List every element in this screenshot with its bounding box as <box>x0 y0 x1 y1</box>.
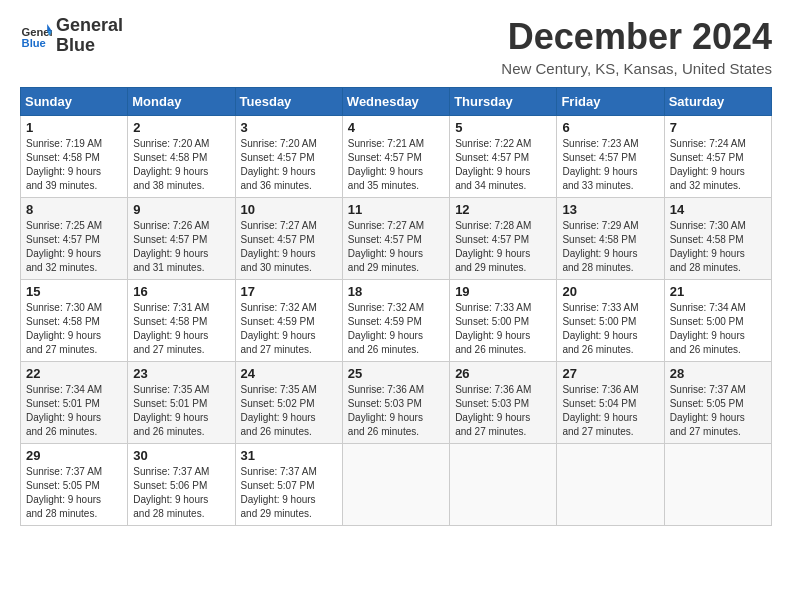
calendar-table: SundayMondayTuesdayWednesdayThursdayFrid… <box>20 87 772 526</box>
day-number: 21 <box>670 284 766 299</box>
calendar-title-area: December 2024 New Century, KS, Kansas, U… <box>501 16 772 77</box>
calendar-header-monday: Monday <box>128 88 235 116</box>
day-number: 31 <box>241 448 337 463</box>
calendar-week-row: 8Sunrise: 7:25 AM Sunset: 4:57 PM Daylig… <box>21 198 772 280</box>
day-number: 22 <box>26 366 122 381</box>
day-number: 17 <box>241 284 337 299</box>
calendar-header-saturday: Saturday <box>664 88 771 116</box>
calendar-day-cell: 15Sunrise: 7:30 AM Sunset: 4:58 PM Dayli… <box>21 280 128 362</box>
calendar-day-cell: 13Sunrise: 7:29 AM Sunset: 4:58 PM Dayli… <box>557 198 664 280</box>
day-number: 30 <box>133 448 229 463</box>
calendar-day-cell <box>664 444 771 526</box>
day-number: 4 <box>348 120 444 135</box>
day-info: Sunrise: 7:28 AM Sunset: 4:57 PM Dayligh… <box>455 219 551 275</box>
calendar-day-cell: 11Sunrise: 7:27 AM Sunset: 4:57 PM Dayli… <box>342 198 449 280</box>
calendar-week-row: 1Sunrise: 7:19 AM Sunset: 4:58 PM Daylig… <box>21 116 772 198</box>
day-number: 24 <box>241 366 337 381</box>
day-number: 25 <box>348 366 444 381</box>
calendar-day-cell <box>557 444 664 526</box>
calendar-day-cell: 19Sunrise: 7:33 AM Sunset: 5:00 PM Dayli… <box>450 280 557 362</box>
calendar-day-cell: 31Sunrise: 7:37 AM Sunset: 5:07 PM Dayli… <box>235 444 342 526</box>
calendar-week-row: 22Sunrise: 7:34 AM Sunset: 5:01 PM Dayli… <box>21 362 772 444</box>
day-number: 20 <box>562 284 658 299</box>
calendar-day-cell: 12Sunrise: 7:28 AM Sunset: 4:57 PM Dayli… <box>450 198 557 280</box>
day-info: Sunrise: 7:24 AM Sunset: 4:57 PM Dayligh… <box>670 137 766 193</box>
calendar-day-cell: 22Sunrise: 7:34 AM Sunset: 5:01 PM Dayli… <box>21 362 128 444</box>
logo-icon: General Blue <box>20 20 52 52</box>
day-info: Sunrise: 7:33 AM Sunset: 5:00 PM Dayligh… <box>562 301 658 357</box>
day-info: Sunrise: 7:36 AM Sunset: 5:03 PM Dayligh… <box>455 383 551 439</box>
day-number: 28 <box>670 366 766 381</box>
day-number: 9 <box>133 202 229 217</box>
calendar-day-cell: 1Sunrise: 7:19 AM Sunset: 4:58 PM Daylig… <box>21 116 128 198</box>
day-info: Sunrise: 7:19 AM Sunset: 4:58 PM Dayligh… <box>26 137 122 193</box>
day-info: Sunrise: 7:32 AM Sunset: 4:59 PM Dayligh… <box>241 301 337 357</box>
logo: General Blue General Blue <box>20 16 123 56</box>
calendar-day-cell <box>342 444 449 526</box>
calendar-day-cell: 24Sunrise: 7:35 AM Sunset: 5:02 PM Dayli… <box>235 362 342 444</box>
day-info: Sunrise: 7:23 AM Sunset: 4:57 PM Dayligh… <box>562 137 658 193</box>
calendar-day-cell: 25Sunrise: 7:36 AM Sunset: 5:03 PM Dayli… <box>342 362 449 444</box>
day-number: 23 <box>133 366 229 381</box>
day-number: 12 <box>455 202 551 217</box>
day-info: Sunrise: 7:37 AM Sunset: 5:07 PM Dayligh… <box>241 465 337 521</box>
day-number: 29 <box>26 448 122 463</box>
logo-text-line2: Blue <box>56 36 123 56</box>
svg-text:Blue: Blue <box>22 37 46 49</box>
calendar-header-row: SundayMondayTuesdayWednesdayThursdayFrid… <box>21 88 772 116</box>
calendar-header-thursday: Thursday <box>450 88 557 116</box>
day-info: Sunrise: 7:20 AM Sunset: 4:57 PM Dayligh… <box>241 137 337 193</box>
calendar-header-friday: Friday <box>557 88 664 116</box>
day-info: Sunrise: 7:35 AM Sunset: 5:02 PM Dayligh… <box>241 383 337 439</box>
calendar-day-cell: 28Sunrise: 7:37 AM Sunset: 5:05 PM Dayli… <box>664 362 771 444</box>
day-info: Sunrise: 7:35 AM Sunset: 5:01 PM Dayligh… <box>133 383 229 439</box>
day-number: 7 <box>670 120 766 135</box>
day-number: 3 <box>241 120 337 135</box>
day-info: Sunrise: 7:37 AM Sunset: 5:05 PM Dayligh… <box>26 465 122 521</box>
day-info: Sunrise: 7:31 AM Sunset: 4:58 PM Dayligh… <box>133 301 229 357</box>
day-info: Sunrise: 7:22 AM Sunset: 4:57 PM Dayligh… <box>455 137 551 193</box>
day-number: 6 <box>562 120 658 135</box>
day-info: Sunrise: 7:30 AM Sunset: 4:58 PM Dayligh… <box>26 301 122 357</box>
calendar-day-cell: 2Sunrise: 7:20 AM Sunset: 4:58 PM Daylig… <box>128 116 235 198</box>
calendar-day-cell: 17Sunrise: 7:32 AM Sunset: 4:59 PM Dayli… <box>235 280 342 362</box>
calendar-location: New Century, KS, Kansas, United States <box>501 60 772 77</box>
calendar-day-cell: 30Sunrise: 7:37 AM Sunset: 5:06 PM Dayli… <box>128 444 235 526</box>
day-number: 1 <box>26 120 122 135</box>
calendar-day-cell: 8Sunrise: 7:25 AM Sunset: 4:57 PM Daylig… <box>21 198 128 280</box>
day-number: 13 <box>562 202 658 217</box>
day-number: 16 <box>133 284 229 299</box>
calendar-header-tuesday: Tuesday <box>235 88 342 116</box>
day-info: Sunrise: 7:37 AM Sunset: 5:06 PM Dayligh… <box>133 465 229 521</box>
calendar-day-cell: 27Sunrise: 7:36 AM Sunset: 5:04 PM Dayli… <box>557 362 664 444</box>
day-info: Sunrise: 7:27 AM Sunset: 4:57 PM Dayligh… <box>241 219 337 275</box>
day-info: Sunrise: 7:33 AM Sunset: 5:00 PM Dayligh… <box>455 301 551 357</box>
day-number: 26 <box>455 366 551 381</box>
day-info: Sunrise: 7:34 AM Sunset: 5:00 PM Dayligh… <box>670 301 766 357</box>
page-header: General Blue General Blue December 2024 … <box>20 16 772 77</box>
day-number: 10 <box>241 202 337 217</box>
calendar-day-cell: 26Sunrise: 7:36 AM Sunset: 5:03 PM Dayli… <box>450 362 557 444</box>
calendar-day-cell: 16Sunrise: 7:31 AM Sunset: 4:58 PM Dayli… <box>128 280 235 362</box>
day-info: Sunrise: 7:27 AM Sunset: 4:57 PM Dayligh… <box>348 219 444 275</box>
calendar-day-cell: 10Sunrise: 7:27 AM Sunset: 4:57 PM Dayli… <box>235 198 342 280</box>
day-info: Sunrise: 7:37 AM Sunset: 5:05 PM Dayligh… <box>670 383 766 439</box>
calendar-day-cell: 21Sunrise: 7:34 AM Sunset: 5:00 PM Dayli… <box>664 280 771 362</box>
day-info: Sunrise: 7:25 AM Sunset: 4:57 PM Dayligh… <box>26 219 122 275</box>
calendar-day-cell: 23Sunrise: 7:35 AM Sunset: 5:01 PM Dayli… <box>128 362 235 444</box>
day-info: Sunrise: 7:26 AM Sunset: 4:57 PM Dayligh… <box>133 219 229 275</box>
day-info: Sunrise: 7:20 AM Sunset: 4:58 PM Dayligh… <box>133 137 229 193</box>
calendar-header-sunday: Sunday <box>21 88 128 116</box>
calendar-day-cell: 14Sunrise: 7:30 AM Sunset: 4:58 PM Dayli… <box>664 198 771 280</box>
day-info: Sunrise: 7:36 AM Sunset: 5:04 PM Dayligh… <box>562 383 658 439</box>
day-number: 11 <box>348 202 444 217</box>
day-number: 15 <box>26 284 122 299</box>
calendar-day-cell: 5Sunrise: 7:22 AM Sunset: 4:57 PM Daylig… <box>450 116 557 198</box>
calendar-day-cell <box>450 444 557 526</box>
day-number: 5 <box>455 120 551 135</box>
calendar-month-year: December 2024 <box>501 16 772 58</box>
calendar-day-cell: 29Sunrise: 7:37 AM Sunset: 5:05 PM Dayli… <box>21 444 128 526</box>
day-number: 27 <box>562 366 658 381</box>
day-number: 14 <box>670 202 766 217</box>
calendar-day-cell: 18Sunrise: 7:32 AM Sunset: 4:59 PM Dayli… <box>342 280 449 362</box>
